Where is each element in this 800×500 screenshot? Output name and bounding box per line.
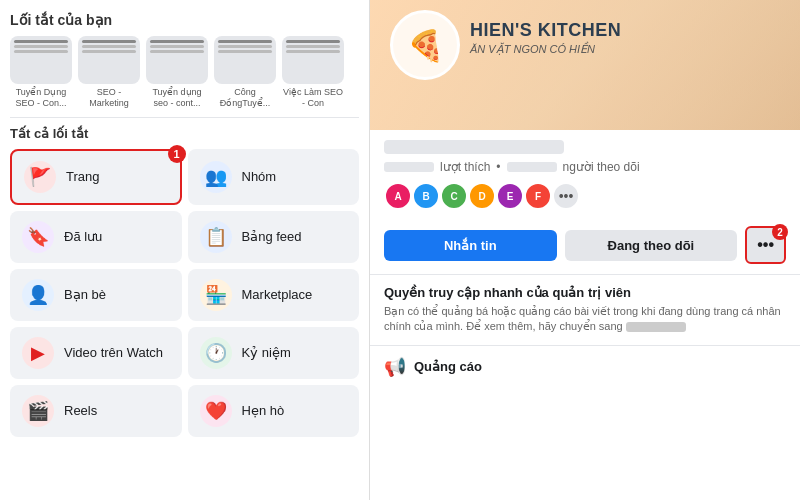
admin-desc: Bạn có thể quảng bá hoặc quảng cáo bài v… xyxy=(384,304,786,335)
banbe-label: Bạn bè xyxy=(64,287,106,302)
shortcuts-row: Tuyển Dụng SEO - Con... SEO - Marketing xyxy=(10,36,359,109)
right-panel: 🍕 HIEN'S KITCHEN ĂN VẶT NGON CÓ HIỀN lượ… xyxy=(370,0,800,500)
divider xyxy=(10,117,359,118)
trang-badge: 1 xyxy=(168,145,186,163)
more-icon: ••• xyxy=(757,236,774,253)
tile-trang[interactable]: 🚩 Trang 1 xyxy=(10,149,182,205)
kitchen-text-block: HIEN'S KITCHEN ĂN VẶT NGON CÓ HIỀN xyxy=(470,20,621,56)
ads-section: 📢 Quảng cáo xyxy=(370,345,800,388)
shortcut-item[interactable]: SEO - Marketing xyxy=(78,36,140,109)
likes-label: lượt thích xyxy=(440,160,490,174)
page-info: lượt thích • người theo dõi A B C D E F … xyxy=(370,130,800,226)
more-badge: 2 xyxy=(772,224,788,240)
megaphone-icon: 📢 xyxy=(384,356,406,378)
page-name-placeholder xyxy=(384,140,564,154)
daluu-label: Đã lưu xyxy=(64,229,102,244)
tile-bangfeed[interactable]: 📋 Bảng feed xyxy=(188,211,360,263)
logo-circle: 🍕 xyxy=(390,10,460,80)
avatar: A xyxy=(384,182,412,210)
followers-label: người theo dõi xyxy=(563,160,640,174)
admin-title: Quyền truy cập nhanh của quản trị viên xyxy=(384,285,786,300)
kitchen-sub: ĂN VẶT NGON CÓ HIỀN xyxy=(470,43,621,56)
kitchen-name: HIEN'S KITCHEN xyxy=(470,20,621,41)
more-button[interactable]: ••• 2 xyxy=(745,226,786,264)
banbe-icon: 👤 xyxy=(22,279,54,311)
shortcut-item[interactable]: Tuyển dụng seo - cont... xyxy=(146,36,208,109)
admin-desc-text: Bạn có thể quảng bá hoặc quảng cáo bài v… xyxy=(384,305,781,332)
tile-banbe[interactable]: 👤 Bạn bè xyxy=(10,269,182,321)
action-buttons: Nhắn tin Đang theo dõi ••• 2 xyxy=(370,226,800,274)
shortcut-thumb xyxy=(10,36,72,84)
avatar: E xyxy=(496,182,524,210)
shortcut-thumb xyxy=(146,36,208,84)
message-button[interactable]: Nhắn tin xyxy=(384,230,557,261)
avatar: C xyxy=(440,182,468,210)
henho-label: Hẹn hò xyxy=(242,403,285,418)
reels-label: Reels xyxy=(64,403,97,418)
follow-button[interactable]: Đang theo dõi xyxy=(565,230,738,261)
marketplace-icon: 🏪 xyxy=(200,279,232,311)
kyniem-icon: 🕐 xyxy=(200,337,232,369)
henho-icon: ❤️ xyxy=(200,395,232,427)
tile-henho[interactable]: ❤️ Hẹn hò xyxy=(188,385,360,437)
followers-bar xyxy=(507,162,557,172)
shortcut-label: Tuyển Dụng SEO - Con... xyxy=(10,87,72,109)
watch-icon: ▶ xyxy=(22,337,54,369)
tile-kyniem[interactable]: 🕐 Kỷ niệm xyxy=(188,327,360,379)
avatar: F xyxy=(524,182,552,210)
tile-reels[interactable]: 🎬 Reels xyxy=(10,385,182,437)
avatar: D xyxy=(468,182,496,210)
tile-watch[interactable]: ▶ Video trên Watch xyxy=(10,327,182,379)
bangfeed-label: Bảng feed xyxy=(242,229,302,244)
shortcut-item[interactable]: Công ĐồngTuyể... xyxy=(214,36,276,109)
trang-icon: 🚩 xyxy=(24,161,56,193)
tiles-grid: 🚩 Trang 1 👥 Nhóm 🔖 Đã lưu 📋 Bảng feed 👤 … xyxy=(10,149,359,437)
daluu-icon: 🔖 xyxy=(22,221,54,253)
nhom-icon: 👥 xyxy=(200,161,232,193)
shortcut-thumb xyxy=(214,36,276,84)
likes-bar xyxy=(384,162,434,172)
reels-icon: 🎬 xyxy=(22,395,54,427)
shortcut-item[interactable]: Tuyển Dụng SEO - Con... xyxy=(10,36,72,109)
ads-label: Quảng cáo xyxy=(414,359,482,374)
left-panel: Lối tắt của bạn Tuyển Dụng SEO - Con... xyxy=(0,0,370,500)
shortcut-thumb xyxy=(78,36,140,84)
shortcut-item[interactable]: Việc Làm SEO - Con xyxy=(282,36,344,109)
stats-row: lượt thích • người theo dõi xyxy=(384,160,786,174)
admin-desc-blurred xyxy=(626,322,686,332)
avatars-row: A B C D E F ••• xyxy=(384,182,786,210)
shortcut-thumb xyxy=(282,36,344,84)
avatar-more[interactable]: ••• xyxy=(552,182,580,210)
dot-sep: • xyxy=(496,160,500,174)
nhom-label: Nhóm xyxy=(242,169,277,184)
admin-section: Quyền truy cập nhanh của quản trị viên B… xyxy=(370,274,800,345)
kyniem-label: Kỷ niệm xyxy=(242,345,291,360)
kitchen-banner: 🍕 HIEN'S KITCHEN ĂN VẶT NGON CÓ HIỀN xyxy=(370,0,800,130)
shortcut-label: Việc Làm SEO - Con xyxy=(282,87,344,109)
watch-label: Video trên Watch xyxy=(64,345,163,360)
shortcut-label: Công ĐồngTuyể... xyxy=(214,87,276,109)
trang-label: Trang xyxy=(66,169,99,184)
tile-nhom[interactable]: 👥 Nhóm xyxy=(188,149,360,205)
kitchen-logo: 🍕 xyxy=(390,10,460,80)
avatar: B xyxy=(412,182,440,210)
tile-marketplace[interactable]: 🏪 Marketplace xyxy=(188,269,360,321)
shortcut-label: SEO - Marketing xyxy=(78,87,140,109)
shortcuts-title: Lối tắt của bạn xyxy=(10,12,359,28)
tile-daluu[interactable]: 🔖 Đã lưu xyxy=(10,211,182,263)
all-shortcuts-title: Tất cả lối tắt xyxy=(10,126,359,141)
bangfeed-icon: 📋 xyxy=(200,221,232,253)
kitchen-emoji: 🍕 xyxy=(407,28,444,63)
shortcut-label: Tuyển dụng seo - cont... xyxy=(146,87,208,109)
marketplace-label: Marketplace xyxy=(242,287,313,302)
